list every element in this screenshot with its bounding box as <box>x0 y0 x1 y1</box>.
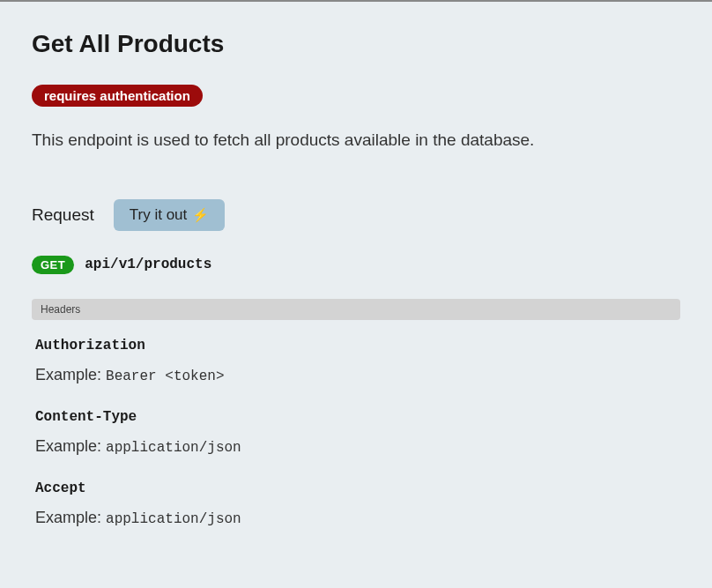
header-example-value: application/json <box>106 511 241 527</box>
header-example-value: application/json <box>106 440 241 456</box>
header-item: Content-Type Example: application/json <box>32 409 680 456</box>
headers-section-bar: Headers <box>32 299 680 320</box>
endpoint-row: GET api/v1/products <box>32 256 680 274</box>
header-example-value: Bearer <token> <box>106 368 224 384</box>
header-name: Accept <box>35 480 680 496</box>
header-example-label: Example: <box>35 509 101 526</box>
header-item: Authorization Example: Bearer <token> <box>32 338 680 384</box>
header-example: Example: Bearer <token> <box>35 366 680 384</box>
header-name: Authorization <box>35 338 680 354</box>
request-row: Request Try it out ⚡ <box>32 199 680 231</box>
try-it-out-button[interactable]: Try it out ⚡ <box>114 199 226 231</box>
endpoint-path: api/v1/products <box>85 257 211 272</box>
header-example: Example: application/json <box>35 437 680 456</box>
page-title: Get All Products <box>32 30 680 58</box>
endpoint-description: This endpoint is used to fetch all produ… <box>32 128 680 153</box>
header-name: Content-Type <box>35 409 680 425</box>
request-label: Request <box>32 205 94 225</box>
header-item: Accept Example: application/json <box>32 480 680 527</box>
http-method-badge: GET <box>32 256 74 274</box>
auth-required-badge: requires authentication <box>32 85 203 107</box>
header-example-label: Example: <box>35 437 101 455</box>
header-example-label: Example: <box>35 366 101 383</box>
header-example: Example: application/json <box>35 509 680 527</box>
try-it-out-label: Try it out <box>130 206 188 224</box>
api-doc-container: Get All Products requires authentication… <box>0 2 712 580</box>
bolt-icon: ⚡ <box>192 207 209 223</box>
